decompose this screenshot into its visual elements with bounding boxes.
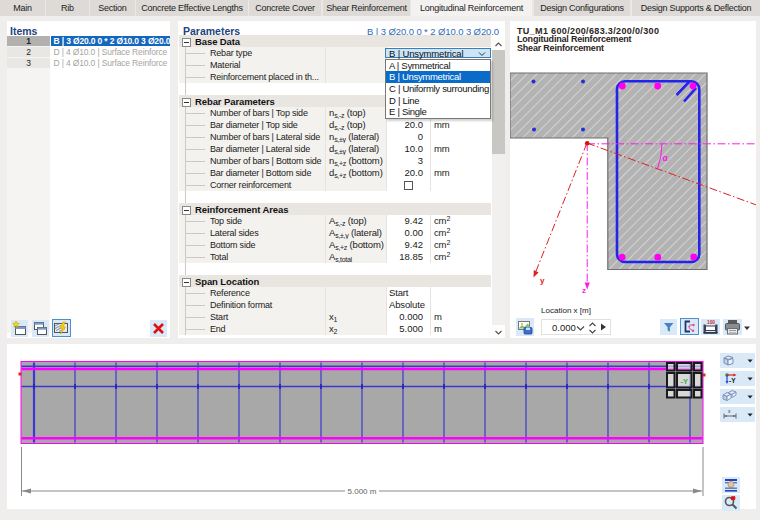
svg-text:-Y: -Y	[729, 377, 736, 384]
svg-text:-Y: -Y	[681, 377, 689, 386]
svg-text:y: y	[540, 276, 545, 285]
svg-text:x: x	[728, 408, 731, 414]
svg-text:5.000 m: 5.000 m	[348, 487, 377, 496]
svg-text:100: 100	[707, 320, 715, 325]
svg-text:α: α	[663, 153, 669, 163]
svg-text:z: z	[582, 286, 586, 295]
